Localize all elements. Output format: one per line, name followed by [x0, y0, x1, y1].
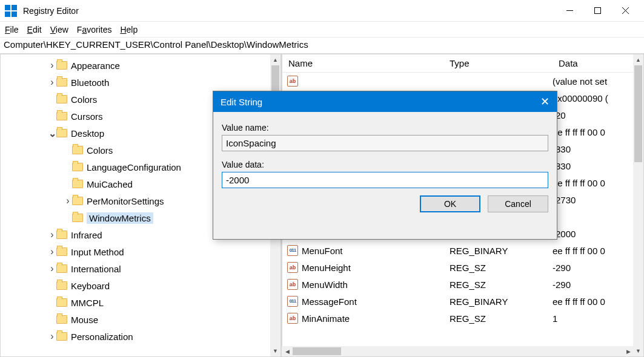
chevron-right-icon[interactable]: › [48, 77, 56, 88]
tree-item-label: Personalization [71, 332, 133, 342]
list-vscroll[interactable]: ▲ ▼ [633, 54, 643, 356]
tree-item-label: Mouse [71, 315, 98, 325]
col-header-type[interactable]: Type [443, 58, 553, 68]
cell-data: ee ff ff ff 00 0 [553, 127, 643, 137]
minimize-button[interactable] [556, 0, 583, 22]
tree-item-label: MMCPL [71, 298, 104, 308]
cell-name: MessageFont [302, 296, 443, 307]
menubar: File Edit View Favorites Help [0, 22, 644, 38]
scroll-up-icon[interactable]: ▲ [270, 54, 281, 65]
folder-icon [56, 332, 67, 341]
tree-item-label: Input Method [71, 247, 124, 257]
chevron-right-icon[interactable]: › [48, 263, 56, 274]
chevron-right-icon[interactable]: › [48, 60, 56, 71]
tree-item[interactable]: Mouse [1, 311, 281, 328]
tree-item[interactable]: ›Input Method [1, 243, 281, 260]
list-row[interactable]: ab(value not set [282, 73, 643, 90]
scroll-thumb[interactable] [634, 65, 642, 162]
cell-data: -2000 [553, 229, 643, 239]
chevron-right-icon[interactable]: › [48, 246, 56, 257]
cancel-button[interactable]: Cancel [488, 195, 548, 212]
svg-rect-1 [594, 8, 600, 14]
list-header: Name Type Data [282, 54, 643, 73]
scroll-up-icon[interactable]: ▲ [633, 54, 643, 65]
dialog-close-icon[interactable]: ✕ [540, 95, 549, 108]
tree-item[interactable]: ›Appearance [1, 57, 281, 74]
list-row[interactable]: abMinAnimateREG_SZ1 [282, 310, 643, 327]
folder-icon [56, 247, 67, 256]
scroll-down-icon[interactable]: ▼ [633, 346, 643, 356]
cell-data: ee ff ff ff 00 0 [553, 246, 643, 256]
cell-data: -330 [553, 161, 643, 171]
list-hscroll[interactable]: ◀ ▶ [282, 346, 634, 356]
tree-item-label: Appearance [71, 61, 120, 71]
cell-name: MinAnimate [302, 313, 443, 324]
folder-icon [72, 163, 83, 171]
folder-icon [56, 95, 67, 103]
cell-name: MenuFont [302, 246, 443, 256]
tree-item[interactable]: ›International [1, 260, 281, 277]
menu-edit[interactable]: Edit [27, 25, 42, 34]
ok-button[interactable]: OK [420, 195, 480, 212]
maximize-button[interactable] [583, 0, 611, 22]
chevron-right-icon[interactable]: › [64, 195, 72, 206]
folder-icon [56, 129, 67, 137]
list-row[interactable]: abMenuHeightREG_SZ-290 [282, 259, 643, 276]
value-data-input[interactable] [222, 172, 548, 188]
scroll-right-icon[interactable]: ▶ [623, 346, 634, 356]
list-row[interactable]: 011MenuFontREG_BINARYee ff ff ff 00 0 [282, 242, 643, 259]
cell-type: REG_SZ [443, 280, 553, 290]
tree-item-label: Infrared [71, 230, 102, 240]
tree-item-label: PerMonitorSettings [87, 196, 164, 206]
cell-data: (value not set [553, 76, 643, 87]
cell-data: ee ff ff ff 00 0 [553, 296, 643, 307]
cell-data: 0x00000090 ( [553, 93, 643, 103]
tree-item[interactable]: ›Personalization [1, 328, 281, 345]
cell-type: REG_BINARY [443, 246, 553, 256]
folder-icon [56, 281, 67, 290]
folder-icon [72, 180, 83, 188]
cell-data: -290 [553, 280, 643, 290]
cell-type: REG_SZ [443, 313, 553, 324]
cell-name: MenuWidth [302, 280, 443, 290]
cell-data: -330 [553, 144, 643, 154]
cell-data: -2730 [553, 195, 643, 205]
folder-icon [56, 298, 67, 307]
cell-type: REG_BINARY [443, 296, 553, 307]
tree-item[interactable]: ›Bluetooth [1, 74, 281, 91]
folder-icon [56, 78, 67, 87]
menu-view[interactable]: View [50, 25, 68, 34]
list-row[interactable]: abMenuWidthREG_SZ-290 [282, 276, 643, 293]
dialog-titlebar[interactable]: Edit String ✕ [213, 91, 557, 112]
folder-icon [56, 264, 67, 273]
address-bar[interactable]: Computer\HKEY_CURRENT_USER\Control Panel… [0, 38, 644, 54]
cell-data: 1 [553, 212, 643, 222]
folder-icon [72, 197, 83, 205]
scroll-down-icon[interactable]: ▼ [270, 346, 281, 356]
app-icon [5, 5, 17, 17]
tree-item-label: Bluetooth [71, 77, 109, 88]
folder-icon [56, 112, 67, 120]
scroll-thumb[interactable] [293, 347, 341, 355]
chevron-right-icon[interactable]: › [48, 331, 56, 342]
cell-data: ee ff ff ff 00 0 [553, 178, 643, 188]
chevron-right-icon[interactable]: › [48, 229, 56, 240]
string-value-icon: ab [287, 76, 298, 87]
svg-rect-0 [566, 10, 573, 11]
tree-item[interactable]: MMCPL [1, 294, 281, 311]
chevron-down-icon[interactable]: ⌄ [48, 128, 56, 139]
folder-icon [56, 61, 67, 70]
menu-favorites[interactable]: Favorites [77, 25, 112, 34]
tree-item-label: MuiCached [87, 179, 133, 189]
tree-item[interactable]: Keyboard [1, 277, 281, 294]
scroll-left-icon[interactable]: ◀ [282, 346, 293, 356]
value-name-field: IconSpacing [222, 135, 548, 151]
list-row[interactable]: 011MessageFontREG_BINARYee ff ff ff 00 0 [282, 293, 643, 310]
menu-help[interactable]: Help [120, 25, 138, 34]
folder-icon [72, 214, 83, 222]
binary-value-icon: 011 [287, 245, 298, 256]
col-header-name[interactable]: Name [282, 58, 443, 68]
menu-file[interactable]: File [5, 25, 19, 34]
col-header-data[interactable]: Data [553, 58, 643, 68]
close-button[interactable] [611, 0, 639, 22]
